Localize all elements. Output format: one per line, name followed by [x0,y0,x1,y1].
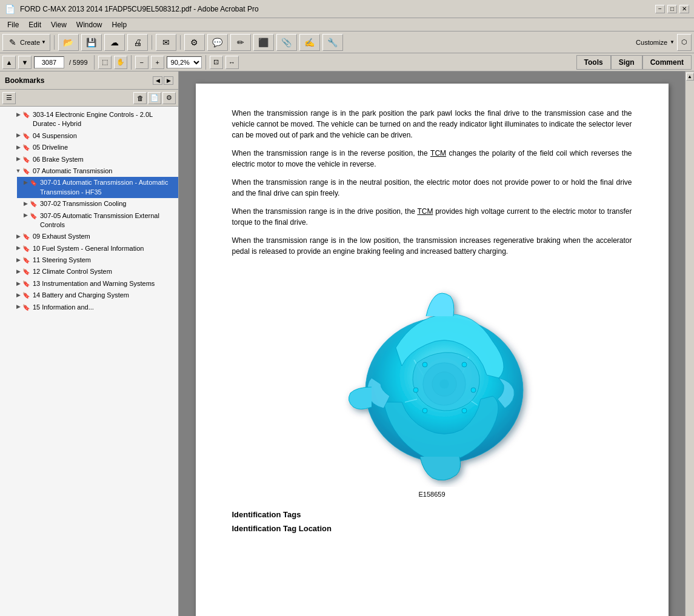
bookmark-04[interactable]: ▶ 🔖 04 Suspension [10,130,178,142]
menu-help[interactable]: Help [107,19,132,30]
tools-btn2[interactable]: 🔧 [322,34,343,51]
expand-icon-09: ▶ [15,233,22,240]
bookmark-tree[interactable]: ▶ 🔖 303-14 Electronic Engine Controls - … [0,107,178,616]
bookmark-label-10: 10 Fuel System - General Information [33,244,176,253]
zoom-in[interactable]: + [151,56,164,69]
bookmark-06[interactable]: ▶ 🔖 06 Brake System [10,154,178,165]
bookmark-11[interactable]: ▶ 🔖 11 Steering System [10,254,178,266]
sidebar-settings-btn[interactable]: ⚙ [162,92,176,104]
menu-window[interactable]: Window [72,19,107,30]
comment-btn[interactable]: 💬 [207,34,228,51]
print-button[interactable]: 🖨 [127,34,148,51]
bookmark-307-02[interactable]: ▶ 🔖 307-02 Transmission Cooling [17,198,178,210]
markup-icon: ✏ [235,36,247,48]
bookmark-icon-307-01: 🔖 [29,179,38,187]
pdf-page: When the transmission range is in the pa… [196,84,669,616]
separator-1 [54,35,55,50]
sidebar-expand-btn[interactable]: ▶ [164,76,173,85]
pdf-image-container: E158659 [232,269,632,498]
print-icon: 🖨 [132,36,144,48]
menu-edit[interactable]: Edit [24,19,46,30]
bookmark-05[interactable]: ▶ 🔖 05 Driveline [10,142,178,153]
redact-btn[interactable]: ⬛ [253,34,274,51]
comment-button[interactable]: Comment [642,55,692,70]
bookmark-label-14: 14 Battery and Charging System [33,291,176,300]
page-total: / 5999 [67,59,90,66]
sidebar-collapse-btn[interactable]: ◀ [153,76,162,85]
customize-label: Customize [636,39,667,46]
sidebar-new-btn[interactable]: 📄 [148,92,161,104]
bookmark-icon-307-05: 🔖 [29,212,38,220]
sidebar-delete-btn[interactable]: 🗑 [133,92,147,104]
expand-icon-07: ▼ [15,167,22,174]
nav-prev-page[interactable]: ▲ [2,56,16,69]
bookmark-label-07: 07 Automatic Transmission [33,167,176,176]
close-button[interactable]: ✕ [679,5,689,13]
markup-btn[interactable]: ✏ [230,34,251,51]
bookmark-09[interactable]: ▶ 🔖 09 Exhaust System [10,231,178,242]
window-controls: − □ ✕ [655,5,689,13]
save-button[interactable]: 💾 [81,34,102,51]
expand-icon-307-05: ▶ [22,212,29,219]
upload-icon: ☁ [108,36,121,48]
bookmark-icon-11: 🔖 [22,256,30,265]
separator-nav1 [94,55,95,70]
settings-button[interactable]: ⚙ [184,34,205,51]
svg-point-12 [422,408,427,413]
svg-point-10 [471,388,476,392]
sidebar-title: Bookmarks [5,76,44,85]
sidebar-options-btn[interactable]: ☰ [2,92,16,104]
attach-btn[interactable]: 📎 [276,34,297,51]
bookmark-label-06: 06 Brake System [33,155,176,164]
fit-page[interactable]: ⊡ [210,56,223,69]
menu-view[interactable]: View [46,19,72,30]
tcm-link-2: TCM [417,207,433,216]
maximize-button[interactable]: □ [667,5,677,13]
svg-point-9 [462,362,467,367]
expand-icon-307-02: ▶ [22,200,29,207]
bookmark-303-14[interactable]: ▶ 🔖 303-14 Electronic Engine Controls - … [10,109,178,130]
select-tool[interactable]: ⬚ [98,56,112,69]
zoom-out[interactable]: − [135,56,148,69]
scroll-up-btn[interactable]: ▲ [686,73,694,81]
menu-file[interactable]: File [2,19,24,30]
tools-button[interactable]: Tools [576,55,611,70]
svg-point-8 [422,362,427,367]
zoom-select[interactable]: 90,2% 50% 75% 100% 125% 150% [167,56,202,68]
separator-nav2 [131,55,132,70]
sign-btn[interactable]: ✍ [299,34,320,51]
gear-icon: ⚙ [189,36,201,48]
open-button[interactable]: 📂 [58,34,79,51]
expand-btn[interactable]: ⬡ [677,34,692,51]
page-input[interactable] [34,56,64,68]
bookmark-307-05[interactable]: ▶ 🔖 307-05 Automatic Transmission Extern… [17,210,178,231]
sign-icon: ✍ [304,36,316,48]
nav-next-page[interactable]: ▼ [18,56,32,69]
bookmark-07[interactable]: ▼ 🔖 07 Automatic Transmission [10,165,178,177]
right-panel: ▲ [685,71,694,616]
bookmark-12[interactable]: ▶ 🔖 12 Climate Control System [10,266,178,277]
bookmark-icon-07: 🔖 [22,167,30,176]
separator-nav3 [205,55,206,70]
minimize-button[interactable]: − [655,5,665,13]
upload-button[interactable]: ☁ [104,34,125,51]
toolbar: ✎ Create ▼ 📂 💾 ☁ 🖨 ✉ ⚙ 💬 ✏ ⬛ 📎 ✍ 🔧 Custo… [0,31,694,53]
create-button[interactable]: ✎ Create ▼ [2,34,50,51]
hand-tool[interactable]: ✋ [114,56,127,69]
bookmark-13[interactable]: ▶ 🔖 13 Instrumentation and Warning Syste… [10,278,178,290]
bookmark-label-11: 11 Steering System [33,256,176,265]
sign-button[interactable]: Sign [611,55,642,70]
create-dropdown-icon: ▼ [41,39,46,45]
bookmark-14[interactable]: ▶ 🔖 14 Battery and Charging System [10,290,178,301]
bookmark-label-303-14: 303-14 Electronic Engine Controls - 2.0L… [33,110,176,129]
pdf-heading-1: Identification Tags [232,510,632,519]
email-button[interactable]: ✉ [156,34,176,51]
bookmark-307-01[interactable]: ▶ 🔖 307-01 Automatic Transmission - Auto… [17,177,178,198]
bookmark-icon-06: 🔖 [22,156,30,164]
tools-area: Tools Sign Comment [576,55,692,70]
expand-icon-11: ▶ [15,256,22,263]
fit-width[interactable]: ↔ [225,56,239,69]
bookmark-15[interactable]: ▶ 🔖 15 Information and... [10,302,178,313]
bookmark-10[interactable]: ▶ 🔖 10 Fuel System - General Information [10,243,178,254]
pdf-content[interactable]: When the transmission range is in the pa… [179,71,685,616]
